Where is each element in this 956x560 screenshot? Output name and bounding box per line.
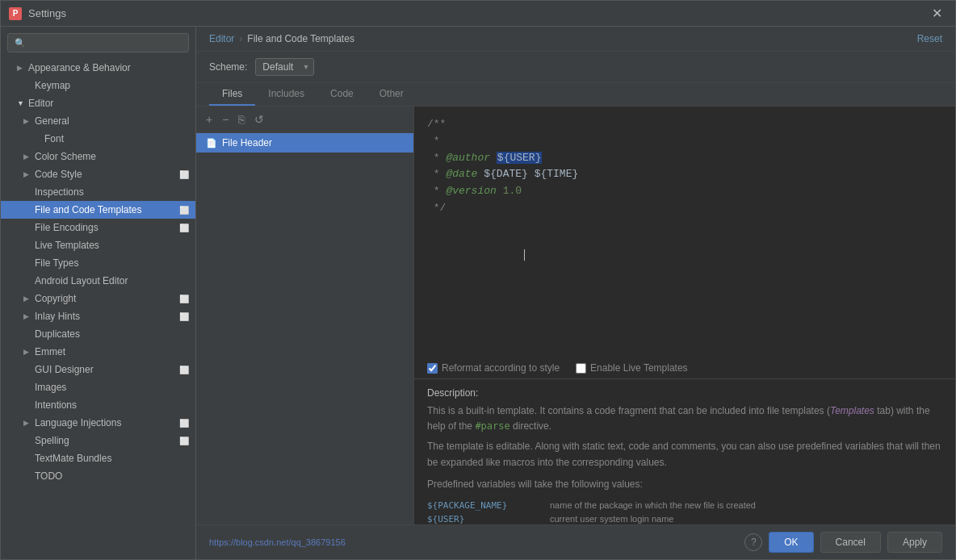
expand-arrow-copyright: ▶ <box>23 295 31 303</box>
sidebar-label-font: Font <box>44 133 64 144</box>
sidebar-item-code-style[interactable]: ▶ Code Style ⬜ <box>1 165 195 183</box>
tab-other[interactable]: Other <box>367 83 417 106</box>
sidebar-item-font[interactable]: ▶ Font <box>1 130 195 148</box>
sidebar-item-duplicates[interactable]: ▶ Duplicates <box>1 325 195 343</box>
expand-arrow-color-scheme: ▶ <box>23 153 31 161</box>
footer: https://blog.csdn.net/qq_38679156 ? OK C… <box>196 524 955 559</box>
spelling-badge: ⬜ <box>179 437 189 445</box>
sidebar-item-android-layout-editor[interactable]: ▶ Android Layout Editor <box>1 272 195 290</box>
file-templates-badge: ⬜ <box>179 206 189 215</box>
file-encodings-badge: ⬜ <box>179 224 189 232</box>
sidebar-label-android-layout-editor: Android Layout Editor <box>35 275 128 286</box>
code-line-3: * @author ${USER} <box>427 150 942 167</box>
sidebar-label-color-scheme: Color Scheme <box>35 151 96 162</box>
scheme-select[interactable]: Default Project <box>255 58 314 76</box>
reset-template-button[interactable]: ↺ <box>251 111 267 127</box>
var-row-package-name: ${PACKAGE_NAME} name of the package in w… <box>427 499 942 512</box>
sidebar-label-textmate-bundles: TextMate Bundles <box>35 453 111 464</box>
enable-live-checkbox[interactable] <box>576 363 586 374</box>
description-text-1: This is a built-in template. It contains… <box>427 403 942 434</box>
sidebar-item-language-injections[interactable]: ▶ Language Injections ⬜ <box>1 414 195 432</box>
cursor-area <box>427 217 942 261</box>
editor-area: + − ⎘ ↺ 📄 File Header /** <box>196 107 955 524</box>
app-icon: P <box>9 7 22 20</box>
sidebar-item-file-encodings[interactable]: ▶ File Encodings ⬜ <box>1 219 195 236</box>
sidebar-item-appearance-behavior[interactable]: ▶ Appearance & Behavior <box>1 59 195 77</box>
file-item-file-header[interactable]: 📄 File Header <box>196 133 413 153</box>
settings-window: P Settings ✕ 🔍 ▶ Appearance & Behavior ▶… <box>0 0 956 560</box>
tab-files[interactable]: Files <box>209 83 255 106</box>
var-desc-package-name: name of the package in which the new fil… <box>550 500 756 511</box>
sidebar-item-keymap[interactable]: ▶ Keymap <box>1 77 195 94</box>
titlebar: P Settings ✕ <box>1 1 955 27</box>
search-input[interactable] <box>31 37 182 48</box>
remove-template-button[interactable]: − <box>219 111 232 127</box>
text-cursor <box>524 249 525 261</box>
sidebar-item-live-templates[interactable]: ▶ Live Templates <box>1 236 195 254</box>
sidebar-label-keymap: Keymap <box>35 80 70 91</box>
var-row-user: ${USER} current user system login name <box>427 512 942 524</box>
ok-button[interactable]: OK <box>769 532 813 553</box>
sidebar-item-emmet[interactable]: ▶ Emmet <box>1 343 195 361</box>
apply-button[interactable]: Apply <box>887 532 942 553</box>
search-icon: 🔍 <box>15 38 26 48</box>
expand-arrow-code-style: ▶ <box>23 170 31 178</box>
description-text-3: Predefined variables will take the follo… <box>427 477 942 492</box>
window-title: Settings <box>28 7 927 19</box>
sidebar-item-copyright[interactable]: ▶ Copyright ⬜ <box>1 290 195 307</box>
expand-arrow-language-injections: ▶ <box>23 419 31 427</box>
code-line-5: * @version 1.0 <box>427 183 942 200</box>
code-line-6: */ <box>427 200 942 217</box>
cancel-button[interactable]: Cancel <box>820 532 881 553</box>
reformat-checkbox-label[interactable]: Reformat according to style <box>427 362 560 374</box>
sidebar-item-editor[interactable]: ▼ Editor <box>1 94 195 112</box>
enable-live-label: Enable Live Templates <box>590 362 688 374</box>
sidebar-item-spelling[interactable]: ▶ Spelling ⬜ <box>1 432 195 449</box>
sidebar-item-general[interactable]: ▶ General <box>1 112 195 130</box>
sidebar-item-todo[interactable]: ▶ TODO <box>1 467 195 485</box>
sidebar-item-file-types[interactable]: ▶ File Types <box>1 254 195 272</box>
reset-button[interactable]: Reset <box>917 33 942 44</box>
code-editor[interactable]: /** * * @author ${USER} * @date ${DATE} … <box>414 107 955 357</box>
sidebar-label-language-injections: Language Injections <box>35 417 121 428</box>
parse-code: #parse <box>475 420 509 432</box>
breadcrumb-parent[interactable]: Editor <box>209 33 234 44</box>
tab-code[interactable]: Code <box>317 83 367 106</box>
sidebar-label-file-and-code-templates: File and Code Templates <box>35 204 142 215</box>
enable-live-checkbox-label[interactable]: Enable Live Templates <box>576 362 688 374</box>
sidebar-label-inspections: Inspections <box>35 186 84 198</box>
reformat-checkbox[interactable] <box>427 363 438 374</box>
expand-arrow-editor: ▼ <box>17 99 25 107</box>
sidebar-label-gui-designer: GUI Designer <box>35 364 94 375</box>
sidebar-item-gui-designer[interactable]: ▶ GUI Designer ⬜ <box>1 361 195 378</box>
sidebar-item-inspections[interactable]: ▶ Inspections <box>1 183 195 201</box>
code-line-2: * <box>427 133 942 150</box>
file-list: + − ⎘ ↺ 📄 File Header <box>196 107 414 524</box>
sidebar-item-color-scheme[interactable]: ▶ Color Scheme <box>1 148 195 165</box>
expand-arrow-appearance: ▶ <box>17 64 25 72</box>
sidebar-item-inlay-hints[interactable]: ▶ Inlay Hints ⬜ <box>1 307 195 325</box>
sidebar-item-file-and-code-templates[interactable]: ▶ File and Code Templates ⬜ <box>1 201 195 219</box>
sidebar-item-textmate-bundles[interactable]: ▶ TextMate Bundles <box>1 449 195 467</box>
search-box[interactable]: 🔍 <box>7 33 189 52</box>
gui-designer-badge: ⬜ <box>179 366 189 374</box>
breadcrumb-separator: › <box>239 33 242 44</box>
help-button[interactable]: ? <box>744 533 762 551</box>
close-button[interactable]: ✕ <box>927 4 947 23</box>
sidebar-label-code-style: Code Style <box>35 169 82 180</box>
add-template-button[interactable]: + <box>203 111 216 127</box>
breadcrumb: Editor › File and Code Templates Reset <box>196 27 955 52</box>
sidebar-label-file-types: File Types <box>35 257 78 269</box>
scheme-row: Scheme: Default Project <box>196 52 955 83</box>
tabs-row: Files Includes Code Other <box>196 83 955 107</box>
sidebar-item-images[interactable]: ▶ Images <box>1 378 195 396</box>
code-line-1: /** <box>427 116 942 133</box>
inlay-hints-badge: ⬜ <box>179 312 189 321</box>
scheme-select-wrapper: Default Project <box>255 58 314 76</box>
expand-arrow-inlay-hints: ▶ <box>23 312 31 320</box>
sidebar-item-intentions[interactable]: ▶ Intentions <box>1 396 195 414</box>
copy-template-button[interactable]: ⎘ <box>235 111 248 127</box>
tab-includes[interactable]: Includes <box>255 83 317 106</box>
sidebar-label-emmet: Emmet <box>35 346 65 357</box>
expand-arrow-general: ▶ <box>23 117 31 125</box>
